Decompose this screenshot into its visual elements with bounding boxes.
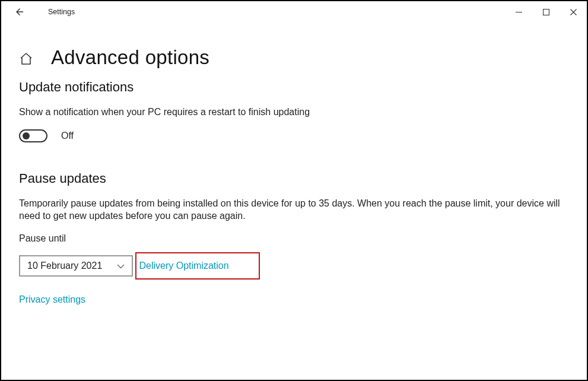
home-icon[interactable] <box>19 52 33 66</box>
titlebar: Settings <box>1 1 587 23</box>
delivery-optimization-link[interactable]: Delivery Optimization <box>139 261 228 271</box>
back-arrow-icon <box>14 7 25 17</box>
close-button[interactable] <box>560 1 587 23</box>
minimize-button[interactable] <box>505 1 532 23</box>
pause-section-title: Pause updates <box>19 171 569 186</box>
content: Advanced options Update notifications Sh… <box>1 23 587 305</box>
page-title: Advanced options <box>51 46 209 69</box>
window-controls <box>505 1 587 23</box>
privacy-settings-link[interactable]: Privacy settings <box>19 294 85 304</box>
pause-description: Temporarily pause updates from being ins… <box>19 197 569 223</box>
notifications-toggle[interactable] <box>19 129 47 142</box>
notifications-section-title: Update notifications <box>19 80 569 95</box>
app-title: Settings <box>48 8 75 16</box>
maximize-icon <box>543 9 549 15</box>
page-header: Advanced options <box>19 46 569 69</box>
delivery-optimization-highlight: Delivery Optimization <box>135 252 259 280</box>
pause-until-label: Pause until <box>19 233 569 244</box>
svg-rect-1 <box>543 9 549 15</box>
notifications-toggle-row: Off <box>19 129 569 142</box>
notifications-description: Show a notification when your PC require… <box>19 106 569 119</box>
notifications-toggle-label: Off <box>61 131 74 141</box>
pause-until-dropdown[interactable]: 10 February 2021 <box>19 255 133 277</box>
close-icon <box>570 9 577 15</box>
back-button[interactable] <box>8 1 31 23</box>
chevron-down-icon <box>117 261 125 271</box>
svg-rect-0 <box>516 12 522 12</box>
privacy-settings-row: Privacy settings <box>19 294 569 305</box>
minimize-icon <box>516 9 522 15</box>
toggle-knob <box>23 132 30 139</box>
maximize-button[interactable] <box>532 1 560 23</box>
pause-until-value: 10 February 2021 <box>27 261 102 271</box>
